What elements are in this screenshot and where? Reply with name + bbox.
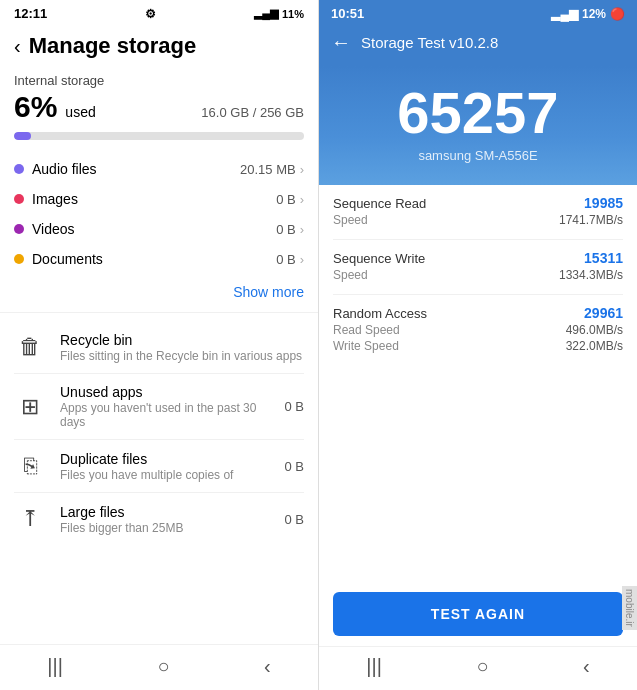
large-files-desc: Files bigger than 25MB — [60, 521, 270, 535]
usage-used-label: used — [65, 104, 95, 120]
tool-large-files[interactable]: ⤒ Large files Files bigger than 25MB 0 B — [14, 493, 304, 545]
seq-read-row: Sequence Read 19985 — [333, 195, 623, 211]
large-files-name: Large files — [60, 504, 270, 520]
duplicate-files-icon: ⎘ — [14, 450, 46, 482]
nav-back-left[interactable]: ‹ — [264, 655, 271, 678]
usage-total: 16.0 GB / 256 GB — [201, 105, 304, 120]
storage-item-audio[interactable]: Audio files 20.15 MB › — [14, 154, 304, 184]
result-sequence-read: Sequence Read 19985 Speed 1741.7MB/s — [333, 185, 623, 240]
status-icons-left: ▂▄▆ 11% — [254, 7, 304, 20]
app-title-right: Storage Test v10.2.8 — [361, 34, 498, 51]
nav-bar-left: ||| ○ ‹ — [0, 644, 318, 690]
nav-bar-right: ||| ○ ‹ — [319, 646, 637, 690]
signal-icon-left: ▂▄▆ — [254, 7, 278, 20]
back-button-left[interactable]: ‹ — [14, 35, 21, 58]
large-files-icon: ⤒ — [14, 503, 46, 535]
audio-dot — [14, 164, 24, 174]
images-chevron: › — [300, 192, 304, 207]
storage-progress-bar — [14, 132, 304, 140]
tool-unused-apps[interactable]: ⊞ Unused apps Apps you haven't used in t… — [14, 374, 304, 440]
images-dot — [14, 194, 24, 204]
benchmark-score: 65257 — [397, 84, 558, 142]
left-panel: 12:11 ⚙ ▂▄▆ 11% ‹ Manage storage Interna… — [0, 0, 318, 690]
settings-icon: ⚙ — [145, 7, 156, 21]
rand-read-speed-label: Read Speed — [333, 323, 400, 337]
nav-back-right[interactable]: ‹ — [583, 655, 590, 678]
seq-write-speed-value: 1334.3MB/s — [559, 268, 623, 282]
rand-read-speed-row: Read Speed 496.0MB/s — [333, 323, 623, 337]
nav-recent-left[interactable]: ||| — [47, 655, 63, 678]
time-right: 10:51 — [331, 6, 364, 21]
seq-read-value: 19985 — [584, 195, 623, 211]
section-label: Internal storage — [0, 63, 318, 90]
signal-icon-right: ▂▄▆ — [551, 7, 578, 21]
tool-duplicate-files[interactable]: ⎘ Duplicate files Files you have multipl… — [14, 440, 304, 493]
storage-item-documents[interactable]: Documents 0 B › — [14, 244, 304, 274]
audio-label: Audio files — [32, 161, 240, 177]
rand-write-speed-value: 322.0MB/s — [566, 339, 623, 353]
watermark: mobile.ir — [622, 586, 637, 630]
storage-breakdown-list: Audio files 20.15 MB › Images 0 B › Vide… — [0, 148, 318, 280]
seq-write-row: Sequence Write 15311 — [333, 250, 623, 266]
recycle-bin-desc: Files sitting in the Recycle bin in vari… — [60, 349, 304, 363]
rand-access-row: Random Access 29961 — [333, 305, 623, 321]
rand-read-speed-value: 496.0MB/s — [566, 323, 623, 337]
large-files-size: 0 B — [284, 512, 304, 527]
duplicate-files-desc: Files you have multiple copies of — [60, 468, 270, 482]
test-again-container: TEST AGAIN — [319, 576, 637, 646]
result-random-access: Random Access 29961 Read Speed 496.0MB/s… — [333, 295, 623, 365]
documents-size: 0 B — [276, 252, 296, 267]
rand-access-label: Random Access — [333, 306, 427, 321]
documents-label: Documents — [32, 251, 276, 267]
tool-recycle-bin[interactable]: 🗑 Recycle bin Files sitting in the Recyc… — [14, 321, 304, 374]
back-button-right[interactable]: ← — [331, 31, 351, 54]
nav-home-right[interactable]: ○ — [476, 655, 488, 678]
documents-chevron: › — [300, 252, 304, 267]
tool-list: 🗑 Recycle bin Files sitting in the Recyc… — [0, 317, 318, 549]
images-label: Images — [32, 191, 276, 207]
seq-write-value: 15311 — [584, 250, 623, 266]
rand-write-speed-row: Write Speed 322.0MB/s — [333, 339, 623, 353]
right-panel: 10:51 ▂▄▆ 12% 🔴 ← Storage Test v10.2.8 6… — [318, 0, 637, 690]
unused-apps-icon: ⊞ — [14, 391, 46, 423]
videos-size: 0 B — [276, 222, 296, 237]
test-again-button[interactable]: TEST AGAIN — [333, 592, 623, 636]
status-icons-right: ▂▄▆ 12% 🔴 — [551, 7, 625, 21]
duplicate-files-size: 0 B — [284, 459, 304, 474]
seq-read-speed-row: Speed 1741.7MB/s — [333, 213, 623, 227]
back-header-left: ‹ Manage storage — [0, 25, 318, 63]
audio-size: 20.15 MB — [240, 162, 296, 177]
storage-item-videos[interactable]: Videos 0 B › — [14, 214, 304, 244]
usage-row: 6% used 16.0 GB / 256 GB — [0, 90, 318, 124]
device-name: samsung SM-A556E — [418, 148, 537, 163]
seq-read-speed-value: 1741.7MB/s — [559, 213, 623, 227]
app-header-right: ← Storage Test v10.2.8 — [319, 25, 637, 66]
battery-right: 12% — [582, 7, 606, 21]
duplicate-files-name: Duplicate files — [60, 451, 270, 467]
recycle-bin-text: Recycle bin Files sitting in the Recycle… — [60, 332, 304, 363]
storage-progress-fill — [14, 132, 31, 140]
nav-home-left[interactable]: ○ — [157, 655, 169, 678]
time-left: 12:11 — [14, 6, 47, 21]
divider — [0, 312, 318, 313]
recycle-bin-icon: 🗑 — [14, 331, 46, 363]
nav-recent-right[interactable]: ||| — [366, 655, 382, 678]
seq-write-speed-label: Speed — [333, 268, 368, 282]
status-bar-right: 10:51 ▂▄▆ 12% 🔴 — [319, 0, 637, 25]
show-more-button[interactable]: Show more — [0, 280, 318, 308]
images-size: 0 B — [276, 192, 296, 207]
videos-dot — [14, 224, 24, 234]
result-sequence-write: Sequence Write 15311 Speed 1334.3MB/s — [333, 240, 623, 295]
storage-item-images[interactable]: Images 0 B › — [14, 184, 304, 214]
seq-write-label: Sequence Write — [333, 251, 425, 266]
audio-chevron: › — [300, 162, 304, 177]
seq-read-speed-label: Speed — [333, 213, 368, 227]
battery-left: 11% — [282, 8, 304, 20]
page-title-left: Manage storage — [29, 33, 197, 59]
unused-apps-size: 0 B — [284, 399, 304, 414]
rand-write-speed-label: Write Speed — [333, 339, 399, 353]
status-bar-left: 12:11 ⚙ ▂▄▆ 11% — [0, 0, 318, 25]
unused-apps-desc: Apps you haven't used in the past 30 day… — [60, 401, 270, 429]
documents-dot — [14, 254, 24, 264]
score-section: 65257 samsung SM-A556E — [319, 66, 637, 185]
